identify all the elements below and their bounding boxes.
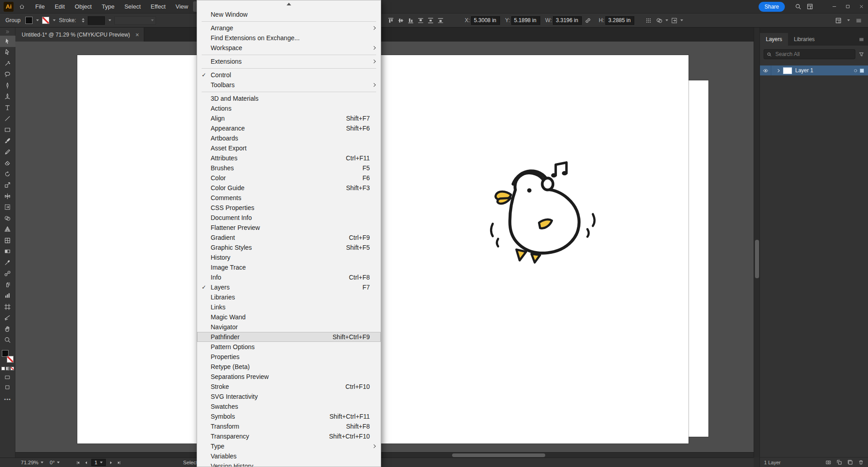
menu-item-comments[interactable]: Comments	[197, 193, 381, 203]
free-transform-tool[interactable]	[0, 202, 15, 213]
menu-item-workspace[interactable]: Workspace	[197, 43, 381, 53]
gradient-tool[interactable]	[0, 246, 15, 257]
screen-mode-icon[interactable]	[5, 384, 10, 390]
menubar-item-object[interactable]: Object	[70, 1, 97, 12]
menu-item-links[interactable]: Links	[197, 302, 381, 312]
stroke-color-swatch[interactable]	[42, 17, 49, 24]
eyedropper-tool[interactable]	[0, 257, 15, 268]
menu-item-magic-wand[interactable]: Magic Wand	[197, 312, 381, 322]
fill-color-swatch[interactable]	[25, 17, 33, 24]
menu-item-svg-interactivity[interactable]: SVG Interactivity	[197, 392, 381, 402]
rectangle-tool[interactable]	[0, 124, 15, 135]
perspective-grid-tool[interactable]	[0, 224, 15, 235]
menu-item-flattener-preview[interactable]: Flattener Preview	[197, 223, 381, 233]
transform-options-icon[interactable]	[643, 15, 653, 25]
filter-icon[interactable]	[859, 51, 864, 57]
menu-item-brushes[interactable]: BrushesF5	[197, 163, 381, 173]
menubar-item-type[interactable]: Type	[97, 1, 119, 12]
none-button[interactable]	[10, 367, 14, 370]
menu-item-align[interactable]: AlignShift+F7	[197, 113, 381, 123]
menu-item-layers[interactable]: ✓LayersF7	[197, 282, 381, 292]
menu-item-find-extensions-on-exchange[interactable]: Find Extensions on Exchange...	[197, 33, 381, 43]
distribute-vertical-center-icon[interactable]	[425, 15, 435, 25]
mesh-tool[interactable]	[0, 235, 15, 246]
layer-selection-indicator[interactable]	[860, 69, 864, 73]
minimize-icon[interactable]	[827, 0, 841, 13]
eraser-tool[interactable]	[0, 158, 15, 169]
fill-chevron-icon[interactable]	[36, 19, 39, 21]
shape-options-chevron-icon[interactable]	[665, 19, 668, 21]
column-graph-tool[interactable]	[0, 290, 15, 302]
panel-menu-icon[interactable]	[859, 37, 864, 42]
stroke-chevron-icon[interactable]	[53, 19, 56, 21]
menu-item-document-info[interactable]: Document Info	[197, 213, 381, 223]
menu-item-3d-and-materials[interactable]: 3D and Materials	[197, 93, 381, 103]
menu-item-css-properties[interactable]: CSS Properties	[197, 203, 381, 213]
layer-row[interactable]: Layer 1	[760, 65, 868, 75]
selection-tool[interactable]	[0, 36, 15, 47]
menu-item-stroke[interactable]: StrokeCtrl+F10	[197, 382, 381, 392]
width-tool[interactable]	[0, 191, 15, 202]
maximize-icon[interactable]	[841, 0, 854, 13]
canvas-pasteboard[interactable]	[15, 42, 754, 458]
draw-mode-icon[interactable]	[5, 374, 10, 380]
vertical-align-bottom-icon[interactable]	[406, 15, 415, 25]
search-icon[interactable]	[792, 0, 804, 13]
color-button[interactable]	[1, 367, 5, 370]
share-button[interactable]: Share	[759, 2, 785, 12]
visibility-eye-icon[interactable]	[760, 68, 771, 74]
rotate-tool[interactable]	[0, 168, 15, 180]
workspace-layout-icon[interactable]	[804, 0, 816, 13]
layers-search-input[interactable]	[774, 51, 852, 58]
distribute-vertical-top-icon[interactable]	[415, 15, 425, 25]
constrain-proportions-link-icon[interactable]	[583, 15, 593, 25]
menubar-item-effect[interactable]: Effect	[146, 1, 170, 12]
menu-item-appearance[interactable]: AppearanceShift+F6	[197, 123, 381, 133]
toolbar-stroke-swatch[interactable]	[7, 356, 14, 363]
previous-artboard-icon[interactable]	[84, 460, 89, 465]
new-sublayer-icon[interactable]	[836, 459, 842, 465]
menubar-item-file[interactable]: File	[30, 1, 50, 12]
menu-item-extensions[interactable]: Extensions	[197, 56, 381, 66]
menu-scroll-up-icon[interactable]	[287, 3, 291, 5]
shape-builder-tool[interactable]	[0, 213, 15, 224]
line-tool[interactable]	[0, 113, 15, 125]
menu-item-asset-export[interactable]: Asset Export	[197, 143, 381, 153]
first-artboard-icon[interactable]	[76, 460, 81, 465]
next-artboard-icon[interactable]	[108, 460, 113, 465]
stroke-weight-chevron-icon[interactable]	[108, 19, 111, 21]
shape-options-icon[interactable]	[654, 15, 664, 25]
vertical-align-top-icon[interactable]	[386, 15, 396, 25]
close-icon[interactable]	[854, 0, 868, 13]
zoom-control[interactable]: 71.29%	[21, 460, 43, 465]
curvature-tool[interactable]	[0, 91, 15, 103]
isolate-options-icon[interactable]	[669, 15, 679, 25]
scale-tool[interactable]	[0, 180, 15, 191]
stroke-weight-input[interactable]	[88, 16, 105, 25]
menu-item-pattern-options[interactable]: Pattern Options	[197, 342, 381, 352]
menu-item-swatches[interactable]: Swatches	[197, 402, 381, 411]
layer-target-icon[interactable]	[851, 69, 860, 73]
w-field[interactable]: 3.3196 in	[553, 16, 582, 25]
menu-item-history[interactable]: History	[197, 252, 381, 262]
arrange-documents-icon[interactable]	[833, 15, 843, 25]
duck-artwork[interactable]	[487, 160, 600, 276]
menu-item-toolbars[interactable]: Toolbars	[197, 80, 381, 90]
menu-item-transform[interactable]: TransformShift+F8	[197, 421, 381, 431]
type-tool[interactable]	[0, 102, 15, 113]
menu-item-attributes[interactable]: AttributesCtrl+F11	[197, 153, 381, 163]
menu-item-actions[interactable]: Actions	[197, 103, 381, 113]
arrange-documents-chevron-icon[interactable]	[847, 19, 850, 21]
slice-tool[interactable]	[0, 313, 15, 324]
menu-item-properties[interactable]: Properties	[197, 352, 381, 362]
artboard-tool[interactable]	[0, 301, 15, 313]
menu-item-libraries[interactable]: Libraries	[197, 292, 381, 302]
menubar-item-edit[interactable]: Edit	[50, 1, 70, 12]
make-clipping-mask-icon[interactable]	[826, 459, 831, 465]
symbol-sprayer-tool[interactable]	[0, 279, 15, 290]
layers-search-box[interactable]	[764, 49, 855, 59]
menu-item-color-guide[interactable]: Color GuideShift+F3	[197, 183, 381, 193]
new-layer-icon[interactable]	[847, 459, 853, 465]
menu-item-navigator[interactable]: Navigator	[197, 322, 381, 332]
horizontal-scrollbar[interactable]	[15, 452, 754, 458]
